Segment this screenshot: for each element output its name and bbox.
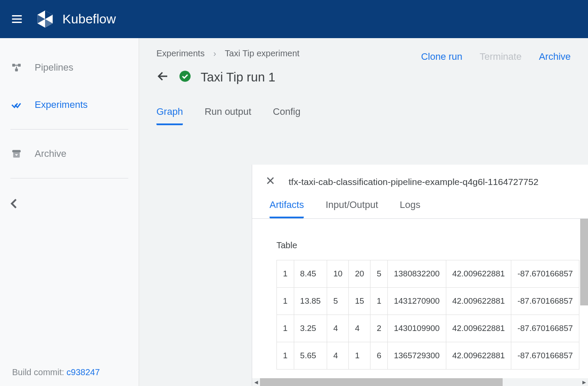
action-bar: Clone run Terminate Archive (421, 51, 571, 62)
table-cell: 15 (349, 288, 370, 315)
divider (10, 129, 128, 130)
svg-rect-10 (12, 150, 21, 152)
table-row: 18.4510205138083220042.009622881-87.6701… (277, 260, 579, 288)
table-cell: 42.009622881 (446, 288, 511, 315)
tab-input-output[interactable]: Input/Output (325, 199, 378, 218)
tab-logs[interactable]: Logs (400, 199, 421, 218)
breadcrumb-root[interactable]: Experiments (156, 49, 205, 58)
kubeflow-icon (36, 10, 55, 29)
table-cell: 1 (370, 288, 388, 315)
topbar: Kubeflow (0, 0, 588, 38)
clone-run-button[interactable]: Clone run (421, 51, 462, 62)
main-content: Experiments › Taxi Tip experiment Taxi T… (139, 38, 588, 386)
table-cell: -87.670166857 (511, 288, 579, 315)
tab-run-output[interactable]: Run output (205, 106, 251, 125)
table-cell: 1 (349, 342, 370, 370)
archive-icon (10, 148, 23, 160)
svg-rect-7 (12, 64, 15, 67)
collapse-button[interactable] (10, 195, 128, 212)
logo[interactable]: Kubeflow (36, 10, 116, 29)
table-cell: 1365729300 (387, 342, 446, 370)
table-cell: 4 (349, 315, 370, 342)
table-row: 13.25442143010990042.009622881-87.670166… (277, 315, 579, 342)
vertical-scrollbar[interactable] (580, 219, 588, 305)
svg-rect-8 (18, 64, 21, 67)
horizontal-scrollbar[interactable]: ◀ ▶ (252, 378, 588, 386)
menu-icon[interactable] (10, 13, 23, 26)
tab-config[interactable]: Config (273, 106, 301, 125)
table-cell: 5 (327, 288, 349, 315)
panel-title: tfx-taxi-cab-classification-pipeline-exa… (289, 177, 575, 187)
sidebar-item-label: Archive (35, 148, 66, 159)
table-cell: 4 (327, 315, 349, 342)
tab-graph[interactable]: Graph (156, 106, 183, 125)
table-cell: 10 (327, 260, 349, 288)
pipelines-icon (10, 62, 23, 74)
scroll-left-icon[interactable]: ◀ (252, 378, 260, 386)
table-cell: 2 (370, 315, 388, 342)
table-cell: 20 (349, 260, 370, 288)
table-cell: 1 (277, 315, 294, 342)
chevron-right-icon: › (213, 49, 216, 58)
table-cell: 13.85 (294, 288, 327, 315)
breadcrumb-leaf[interactable]: Taxi Tip experiment (225, 49, 299, 58)
sidebar-item-label: Experiments (35, 99, 88, 110)
svg-point-13 (179, 71, 191, 82)
table-cell: 8.45 (294, 260, 327, 288)
status-success-icon (179, 70, 191, 84)
table-cell: 5.65 (294, 342, 327, 370)
commit-hash-link[interactable]: c938247 (67, 367, 100, 377)
run-tabs: Graph Run output Config (139, 89, 588, 125)
chevron-left-icon (10, 198, 17, 209)
archive-button[interactable]: Archive (539, 51, 571, 62)
sidebar: Pipelines Experiments Archive Build comm… (0, 38, 139, 386)
table-cell: 42.009622881 (446, 315, 511, 342)
table-cell: -87.670166857 (511, 315, 579, 342)
artifact-panel: tfx-taxi-cab-classification-pipeline-exa… (252, 165, 588, 386)
panel-body[interactable]: Table 18.4510205138083220042.009622881-8… (252, 219, 588, 378)
sidebar-item-pipelines[interactable]: Pipelines (10, 55, 128, 80)
table-cell: 42.009622881 (446, 342, 511, 370)
table-cell: 4 (327, 342, 349, 370)
table-heading: Table (276, 240, 564, 250)
tab-artifacts[interactable]: Artifacts (270, 199, 304, 218)
table-cell: 1 (277, 342, 294, 370)
sidebar-item-label: Pipelines (35, 62, 73, 73)
sidebar-item-archive[interactable]: Archive (10, 142, 128, 166)
build-commit: Build commit: c938247 (12, 367, 100, 377)
artifact-table: 18.4510205138083220042.009622881-87.6701… (276, 260, 579, 370)
table-cell: 6 (370, 342, 388, 370)
table-row: 113.855151143127090042.009622881-87.6701… (277, 288, 579, 315)
scroll-right-icon[interactable]: ▶ (580, 378, 588, 386)
table-cell: 1431270900 (387, 288, 446, 315)
experiments-icon (10, 99, 23, 111)
back-arrow-icon[interactable] (156, 70, 169, 84)
table-cell: 1 (277, 260, 294, 288)
table-row: 15.65416136572930042.009622881-87.670166… (277, 342, 579, 370)
table-cell: 1430109900 (387, 315, 446, 342)
table-cell: 42.009622881 (446, 260, 511, 288)
table-cell: 3.25 (294, 315, 327, 342)
panel-tabs: Artifacts Input/Output Logs (252, 199, 588, 219)
close-icon[interactable] (265, 175, 276, 189)
terminate-button: Terminate (480, 51, 522, 62)
page-title: Taxi Tip run 1 (201, 70, 275, 84)
divider (10, 178, 128, 178)
table-cell: 1380832200 (387, 260, 446, 288)
sidebar-item-experiments[interactable]: Experiments (10, 93, 128, 117)
table-cell: -87.670166857 (511, 260, 579, 288)
table-cell: 1 (277, 288, 294, 315)
svg-rect-9 (15, 68, 18, 71)
app-name: Kubeflow (62, 12, 116, 26)
table-cell: 5 (370, 260, 388, 288)
table-cell: -87.670166857 (511, 342, 579, 370)
